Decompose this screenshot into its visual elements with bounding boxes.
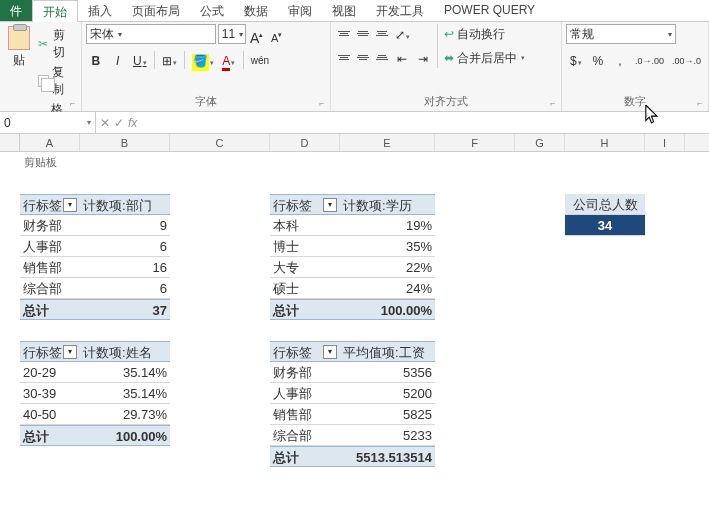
cell[interactable]: 9: [80, 215, 170, 236]
align-middle-button[interactable]: [354, 24, 372, 42]
cell[interactable]: 行标签▾: [270, 194, 340, 215]
wrap-text-button[interactable]: ↩自动换行: [442, 25, 527, 44]
cell[interactable]: 40-50: [20, 404, 80, 425]
percent-button[interactable]: %: [588, 50, 608, 70]
cell[interactable]: 35%: [340, 236, 435, 257]
grow-font-button[interactable]: A▴: [248, 25, 266, 43]
col-header[interactable]: H: [565, 134, 645, 151]
filter-dropdown-icon[interactable]: ▾: [323, 345, 337, 359]
col-header[interactable]: I: [645, 134, 685, 151]
cell[interactable]: 总计: [270, 446, 340, 467]
tab-formulas[interactable]: 公式: [190, 0, 234, 21]
cell[interactable]: 6: [80, 236, 170, 257]
cell[interactable]: 大专: [270, 257, 340, 278]
cell[interactable]: 35.14%: [80, 383, 170, 404]
font-dialog-launcher[interactable]: ⌐: [316, 97, 328, 109]
cell[interactable]: 计数项:学历: [340, 194, 435, 215]
cell[interactable]: 本科: [270, 215, 340, 236]
decrease-decimal-button[interactable]: .00→.0: [669, 50, 704, 70]
cell[interactable]: 34: [565, 215, 645, 236]
tab-review[interactable]: 审阅: [278, 0, 322, 21]
tab-layout[interactable]: 页面布局: [122, 0, 190, 21]
cell[interactable]: 行标签▾: [20, 341, 80, 362]
cell[interactable]: 综合部: [20, 278, 80, 299]
tab-insert[interactable]: 插入: [78, 0, 122, 21]
cell[interactable]: 人事部: [270, 383, 340, 404]
select-all-corner[interactable]: [0, 134, 20, 151]
cell[interactable]: 行标签▾: [270, 341, 340, 362]
col-header[interactable]: A: [20, 134, 80, 151]
cell[interactable]: 100.00%: [80, 425, 170, 446]
underline-button[interactable]: U▾: [130, 50, 150, 70]
cell[interactable]: 博士: [270, 236, 340, 257]
increase-decimal-button[interactable]: .0→.00: [632, 50, 667, 70]
cell[interactable]: 19%: [340, 215, 435, 236]
cell[interactable]: 29.73%: [80, 404, 170, 425]
cut-button[interactable]: ✂剪切: [36, 26, 77, 62]
bold-button[interactable]: B: [86, 50, 106, 70]
tab-developer[interactable]: 开发工具: [366, 0, 434, 21]
cell[interactable]: 总计: [20, 425, 80, 446]
col-header[interactable]: G: [515, 134, 565, 151]
comma-button[interactable]: ,: [610, 50, 630, 70]
cell[interactable]: 平均值项:工资: [340, 341, 435, 362]
number-format-combo[interactable]: 常规▾: [566, 24, 676, 44]
font-name-combo[interactable]: 宋体▾: [86, 24, 216, 44]
col-header[interactable]: C: [170, 134, 270, 151]
cell[interactable]: 30-39: [20, 383, 80, 404]
tab-powerquery[interactable]: POWER QUERY: [434, 0, 545, 21]
cell[interactable]: 5233: [340, 425, 435, 446]
tab-data[interactable]: 数据: [234, 0, 278, 21]
cell[interactable]: 5356: [340, 362, 435, 383]
paste-icon[interactable]: [8, 26, 30, 50]
border-button[interactable]: ⊞▾: [159, 50, 180, 70]
filter-dropdown-icon[interactable]: ▾: [63, 345, 77, 359]
tab-file[interactable]: 件: [0, 0, 32, 21]
clipboard-dialog-launcher[interactable]: ⌐: [67, 97, 79, 109]
accounting-format-button[interactable]: $▾: [566, 50, 586, 70]
cell[interactable]: 6: [80, 278, 170, 299]
col-header[interactable]: B: [80, 134, 170, 151]
align-bottom-button[interactable]: [373, 24, 391, 42]
cell[interactable]: 100.00%: [340, 299, 435, 320]
cell[interactable]: 22%: [340, 257, 435, 278]
cell[interactable]: 计数项:部门: [80, 194, 170, 215]
col-header[interactable]: F: [435, 134, 515, 151]
cell[interactable]: 财务部: [20, 215, 80, 236]
cell[interactable]: 人事部: [20, 236, 80, 257]
align-top-button[interactable]: [335, 24, 353, 42]
filter-dropdown-icon[interactable]: ▾: [323, 198, 337, 212]
cell[interactable]: 24%: [340, 278, 435, 299]
copy-button[interactable]: 复制: [36, 63, 77, 99]
cell[interactable]: 销售部: [270, 404, 340, 425]
cell[interactable]: 5513.513514: [340, 446, 435, 467]
col-header[interactable]: D: [270, 134, 340, 151]
cell[interactable]: 计数项:姓名: [80, 341, 170, 362]
shrink-font-button[interactable]: A▾: [268, 25, 286, 43]
font-color-button[interactable]: A▾: [219, 50, 239, 70]
phonetic-button[interactable]: wén: [248, 50, 272, 70]
cell[interactable]: 销售部: [20, 257, 80, 278]
cell[interactable]: 财务部: [270, 362, 340, 383]
cell[interactable]: 37: [80, 299, 170, 320]
fill-color-button[interactable]: 🪣▾: [189, 50, 217, 70]
align-center-button[interactable]: [354, 48, 372, 66]
formula-input[interactable]: [141, 112, 709, 133]
filter-dropdown-icon[interactable]: ▾: [63, 198, 77, 212]
cell[interactable]: 总计: [270, 299, 340, 320]
cell[interactable]: 硕士: [270, 278, 340, 299]
orientation-button[interactable]: ⤢▾: [392, 24, 413, 44]
font-size-combo[interactable]: 11▾: [218, 24, 246, 44]
cell[interactable]: 20-29: [20, 362, 80, 383]
italic-button[interactable]: I: [108, 50, 128, 70]
cell[interactable]: 5200: [340, 383, 435, 404]
number-dialog-launcher[interactable]: ⌐: [694, 97, 706, 109]
merge-center-button[interactable]: ⬌合并后居中▾: [442, 49, 527, 68]
col-header[interactable]: E: [340, 134, 435, 151]
cell[interactable]: 35.14%: [80, 362, 170, 383]
name-box[interactable]: 0▾: [0, 112, 96, 133]
cell[interactable]: 公司总人数: [565, 194, 645, 215]
alignment-dialog-launcher[interactable]: ⌐: [547, 97, 559, 109]
tab-home[interactable]: 开始: [32, 0, 78, 22]
indent-decrease-button[interactable]: ⇤: [392, 48, 412, 68]
